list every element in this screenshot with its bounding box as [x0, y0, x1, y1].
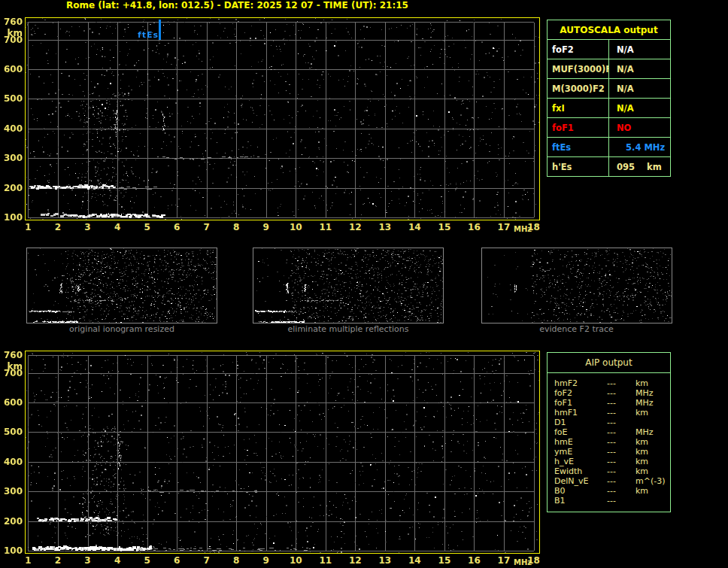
x-tick-label: 3 — [80, 556, 96, 565]
aip-param-unit: km — [635, 447, 670, 457]
x-tick-label: 12 — [347, 223, 363, 232]
panel-eliminate-reflections — [253, 248, 444, 323]
panel-eliminate-canvas — [253, 248, 443, 323]
x-tick-label: 4 — [109, 223, 126, 232]
aip-row: B1--- — [548, 496, 670, 506]
autoscala-param-label: h'Es — [548, 157, 609, 177]
x-tick-label: 8 — [228, 223, 244, 232]
autoscala-row: ftEs 5.4 MHz — [548, 138, 671, 157]
x-tick-label: 9 — [258, 223, 275, 232]
x-tick-label: 11 — [317, 223, 334, 232]
y-tick-label: 300 — [0, 487, 23, 496]
y-axis-unit-label: km — [0, 362, 23, 371]
aip-param-label: foE — [554, 427, 607, 437]
aip-param-value: --- — [607, 378, 635, 388]
x-tick-label: 13 — [377, 556, 393, 565]
aip-param-label: ymE — [554, 447, 607, 457]
panel-original-canvas — [27, 248, 217, 323]
y-axis-unit-label: km — [0, 29, 23, 38]
aip-param-value: --- — [607, 418, 635, 427]
aip-param-value: --- — [607, 398, 635, 408]
aip-param-label: DelN_vE — [554, 476, 607, 486]
aip-param-unit: km — [635, 486, 670, 496]
autoscala-row: foF2N/A — [548, 40, 671, 59]
x-tick-label: 17 — [496, 556, 512, 565]
aip-param-unit: km — [635, 466, 670, 476]
y-tick-label: 100 — [0, 213, 23, 222]
aip-row: foE---MHz — [548, 427, 670, 437]
y-tick-label: 100 — [0, 546, 23, 555]
x-tick-label: 6 — [168, 556, 185, 565]
y-tick-label: 400 — [0, 124, 23, 133]
aip-param-value: --- — [607, 457, 635, 466]
y-tick-label: 500 — [0, 427, 23, 436]
x-tick-label: 8 — [228, 556, 244, 565]
aip-param-unit: km — [635, 408, 670, 418]
autoscala-table-title: AUTOSCALA output — [548, 20, 671, 40]
aip-row: DelN_vE---m^(-3) — [548, 476, 670, 486]
autoscala-row: foF1NO — [548, 118, 671, 138]
autoscala-param-label: M(3000)F2 — [548, 79, 609, 99]
aip-output-table: AIP output hmF2---kmfoF2---MHzfoF1---MHz… — [547, 352, 671, 512]
aip-row: h_vE---km — [548, 457, 670, 466]
aip-row: hmE---km — [548, 437, 670, 447]
aip-param-value: --- — [607, 466, 635, 476]
x-tick-label: 15 — [436, 556, 453, 565]
ionogram-plot-bottom — [25, 351, 540, 554]
ionogram-plot-top — [25, 17, 540, 220]
aip-param-label: Ewidth — [554, 466, 607, 476]
aip-param-value: --- — [607, 388, 635, 398]
aip-param-value: --- — [607, 486, 635, 496]
y-tick-label: 760 — [0, 351, 23, 360]
x-tick-label: 10 — [287, 223, 304, 232]
caption-original-ionogram: original ionogram resized — [26, 325, 217, 334]
aip-param-label: hmF1 — [554, 408, 607, 418]
aip-param-unit: MHz — [635, 427, 670, 437]
y-tick-label: 760 — [0, 17, 23, 26]
aip-param-value: --- — [607, 437, 635, 447]
aip-table-title: AIP output — [548, 353, 670, 373]
autoscala-row: h'Es095 km — [548, 157, 671, 177]
x-tick-label: 1 — [20, 556, 37, 565]
y-tick-label: 300 — [0, 153, 23, 163]
y-tick-label: 500 — [0, 94, 23, 103]
x-tick-label: 4 — [109, 556, 126, 565]
autoscala-param-label: ftEs — [548, 138, 609, 157]
aip-row: hmF2---km — [548, 378, 670, 388]
x-tick-label: 13 — [377, 223, 393, 232]
aip-param-label: hmE — [554, 437, 607, 447]
aip-param-label: B1 — [554, 496, 607, 506]
ftes-marker-label: ftEs — [138, 31, 159, 39]
aip-param-unit: m^(-3) — [635, 476, 670, 486]
autoscala-row: MUF(3000)F2N/A — [548, 59, 671, 79]
x-tick-label: 1 — [20, 223, 37, 232]
autoscala-param-value: N/A — [609, 59, 671, 79]
x-tick-label: 16 — [466, 556, 482, 565]
x-tick-label: 15 — [436, 223, 453, 232]
autoscala-param-label: fxI — [548, 99, 609, 118]
ftes-marker-line — [159, 20, 161, 40]
autoscala-param-value: N/A — [609, 99, 671, 118]
aip-row: hmF1---km — [548, 408, 670, 418]
aip-param-value: --- — [607, 427, 635, 437]
autoscala-param-value: 5.4 MHz — [609, 138, 671, 157]
autoscala-param-value: N/A — [609, 79, 671, 99]
aip-param-label: h_vE — [554, 457, 607, 466]
autoscala-row: M(3000)F2N/A — [548, 79, 671, 99]
autoscala-param-label: foF2 — [548, 40, 609, 59]
autoscala-param-label: MUF(3000)F2 — [548, 59, 609, 79]
x-tick-label: 14 — [406, 223, 423, 232]
x-tick-label: 12 — [347, 556, 363, 565]
aip-param-label: foF2 — [554, 388, 607, 398]
aip-param-unit: MHz — [635, 388, 670, 398]
aip-param-value: --- — [607, 496, 635, 506]
x-tick-label: 16 — [466, 223, 482, 232]
autoscala-app-window: Rome (lat: +41.8, lon: 012.5) - DATE: 20… — [0, 0, 728, 568]
x-tick-label: 2 — [50, 223, 66, 232]
aip-param-value: --- — [607, 408, 635, 418]
aip-param-label: D1 — [554, 418, 607, 427]
x-tick-label: 11 — [317, 556, 334, 565]
aip-row: D1--- — [548, 418, 670, 427]
aip-row: ymE---km — [548, 447, 670, 457]
panel-original-ionogram — [26, 248, 217, 323]
